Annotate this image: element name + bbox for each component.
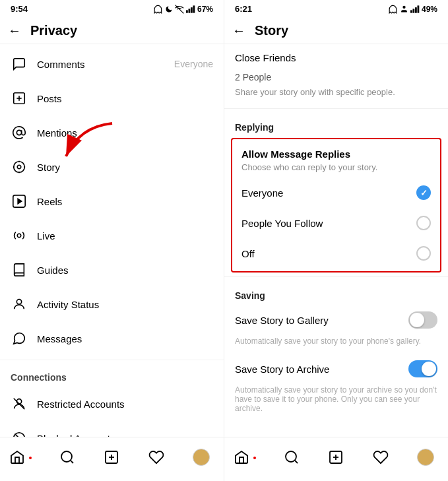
comments-label: Comments — [37, 59, 174, 70]
blocked-label: Blocked Accounts — [37, 433, 213, 437]
signal-icon — [186, 5, 195, 14]
comment-icon — [11, 55, 28, 73]
r-nav-heart[interactable] — [368, 444, 394, 470]
nav-add[interactable] — [98, 444, 125, 470]
left-menu-list: Comments Everyone Posts Mentions Story — [0, 44, 224, 437]
svg-point-16 — [17, 234, 21, 238]
svg-marker-15 — [18, 199, 22, 203]
svg-rect-0 — [186, 10, 188, 13]
right-header: ← Story — [224, 18, 448, 44]
r-home-active-dot — [253, 457, 256, 459]
save-archive-toggle[interactable] — [408, 360, 437, 377]
blocked-icon — [11, 430, 28, 437]
posts-icon — [11, 90, 28, 107]
nav-search[interactable] — [54, 444, 80, 470]
left-battery: 67% — [197, 5, 213, 14]
radio-people-follow-circle[interactable] — [416, 216, 431, 230]
activity-icon — [11, 296, 28, 313]
radio-people-follow[interactable]: People You Follow — [232, 208, 440, 238]
reels-icon — [11, 193, 28, 210]
menu-item-activity[interactable]: Activity Status — [0, 287, 224, 321]
mentions-icon — [11, 124, 28, 141]
radio-people-follow-label: People You Follow — [241, 218, 323, 229]
radio-everyone-circle[interactable] — [416, 185, 431, 200]
connections-divider — [0, 360, 224, 360]
close-friends-item[interactable]: Close Friends — [224, 44, 448, 71]
allow-message-subtitle: Choose who can reply to your story. — [232, 162, 440, 177]
svg-rect-34 — [412, 9, 414, 13]
r-nav-profile[interactable] — [412, 444, 439, 470]
home-active-dot — [29, 457, 32, 459]
nav-heart[interactable] — [143, 444, 170, 470]
replying-divider — [224, 108, 448, 109]
menu-item-story[interactable]: Story — [0, 150, 224, 184]
save-archive-label: Save Story to Archive — [235, 364, 329, 375]
r-nav-search[interactable] — [278, 444, 305, 470]
menu-item-live[interactable]: Live — [0, 218, 224, 253]
svg-rect-35 — [415, 7, 417, 13]
left-header: ← Privacy — [0, 18, 224, 44]
live-icon — [11, 227, 28, 244]
comments-value: Everyone — [174, 59, 213, 69]
left-panel: 9:54 67% ← Privacy — [0, 0, 224, 481]
save-archive-row: Save Story to Archive — [224, 352, 448, 385]
svg-rect-2 — [191, 7, 193, 13]
messages-label: Messages — [37, 333, 213, 344]
save-gallery-subtitle: Automatically save your story to your ph… — [224, 337, 448, 352]
menu-item-restricted[interactable]: Restricted Accounts — [0, 387, 224, 421]
menu-item-comments[interactable]: Comments Everyone — [0, 47, 224, 81]
r-nav-home[interactable] — [234, 444, 260, 470]
radio-off-label: Off — [241, 248, 255, 259]
moon-icon — [165, 5, 173, 13]
right-battery: 49% — [422, 5, 437, 14]
nav-home[interactable] — [9, 444, 36, 470]
right-status-bar: 6:21 49% — [224, 0, 448, 18]
close-friends-label: Close Friends — [235, 52, 437, 63]
right-bottom-nav — [224, 437, 448, 481]
radio-off[interactable]: Off — [232, 238, 440, 269]
left-time: 9:54 — [11, 4, 28, 14]
right-panel: 6:21 49% ← Story Close Friends 2 People … — [224, 0, 448, 481]
restricted-label: Restricted Accounts — [37, 399, 213, 410]
menu-item-mentions[interactable]: Mentions — [0, 115, 224, 150]
menu-item-messages[interactable]: Messages — [0, 321, 224, 356]
story-label: Story — [37, 162, 213, 173]
menu-item-guides[interactable]: Guides — [0, 253, 224, 287]
right-status-icons: 49% — [389, 5, 437, 14]
close-friends-count-row: 2 People — [224, 71, 448, 86]
left-bottom-nav — [0, 437, 224, 481]
right-content: Close Friends 2 People Share your story … — [224, 44, 448, 437]
left-title: Privacy — [30, 23, 77, 38]
right-back-button[interactable]: ← — [232, 23, 245, 38]
svg-line-19 — [14, 399, 25, 410]
svg-rect-3 — [193, 5, 195, 13]
menu-item-blocked[interactable]: Blocked Accounts — [0, 421, 224, 437]
ghost-icon — [154, 5, 163, 14]
radio-off-circle[interactable] — [416, 246, 431, 261]
mentions-label: Mentions — [37, 127, 213, 139]
allow-message-title: Allow Message Replies — [232, 142, 440, 162]
svg-line-21 — [15, 434, 24, 437]
left-status-bar: 9:54 67% — [0, 0, 224, 18]
menu-item-posts[interactable]: Posts — [0, 81, 224, 115]
svg-line-28 — [70, 461, 73, 463]
save-gallery-toggle[interactable] — [408, 311, 437, 329]
svg-rect-36 — [417, 5, 419, 13]
save-archive-subtitle: Automatically save your story to your ar… — [224, 385, 448, 420]
right-title: Story — [255, 23, 288, 38]
menu-item-reels[interactable]: Reels — [0, 184, 224, 218]
person-icon-r — [400, 5, 408, 13]
connections-header: Connections — [0, 364, 224, 387]
svg-point-8 — [14, 162, 25, 173]
saving-divider — [224, 276, 448, 277]
saving-section: Saving — [224, 281, 448, 304]
r-nav-add[interactable] — [323, 444, 349, 470]
posts-label: Posts — [37, 93, 213, 104]
nav-profile[interactable] — [188, 444, 214, 470]
activity-label: Activity Status — [37, 299, 213, 310]
svg-point-17 — [16, 300, 21, 304]
radio-everyone[interactable]: Everyone — [232, 177, 440, 208]
wifi-icon — [175, 5, 184, 14]
replying-section: Replying — [224, 113, 448, 135]
left-back-button[interactable]: ← — [8, 23, 21, 38]
